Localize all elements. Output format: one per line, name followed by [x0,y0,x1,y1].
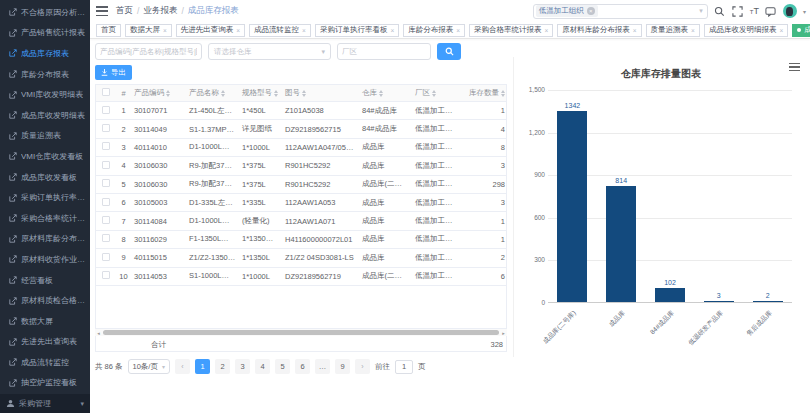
tab[interactable]: 先进先出查询表 × [176,24,245,37]
sidebar-item[interactable]: VMI库收发明细表 [0,84,90,105]
prev-page-button[interactable]: ‹ [175,359,190,374]
sidebar-item[interactable]: 经营看板 [0,270,90,291]
search-button[interactable] [437,43,461,60]
row-checkbox[interactable] [102,253,110,261]
sidebar-item[interactable]: 采购合格率统计报表 [0,208,90,229]
tab[interactable]: 原材料库龄分布报表 × [557,24,641,37]
sidebar-item[interactable]: 质量追溯表 [0,126,90,147]
close-icon[interactable]: × [544,27,548,34]
next-page-button[interactable]: › [355,359,370,374]
column-header[interactable]: 产品编码 [131,88,186,98]
scroll-right-icon[interactable]: ▸ [500,330,507,336]
sort-icons[interactable] [302,90,306,97]
close-icon[interactable]: × [456,27,460,34]
page-button[interactable]: 6 [295,359,310,374]
breadcrumb-section[interactable]: 业务报表 [143,5,177,17]
page-button[interactable]: 5 [275,359,290,374]
column-header[interactable]: 厂区 [412,88,459,98]
tab[interactable]: 成品流转监控 × [249,24,311,37]
sort-icons[interactable] [221,90,225,97]
sidebar-item[interactable]: 数据大屏 [0,311,90,332]
chart-menu-icon[interactable] [789,61,800,73]
column-header[interactable]: 产品名称 [186,88,239,98]
sidebar-item[interactable]: 原材料收货作业看板 [0,249,90,270]
page-button[interactable]: 9 [335,359,350,374]
tab[interactable]: 成品库存报表 × [792,24,810,37]
breadcrumb-home[interactable]: 首页 [116,5,133,17]
sidebar-footer-group[interactable]: 采购管理 ▾ [0,394,90,413]
close-icon[interactable]: × [633,27,637,34]
font-size-icon[interactable]: TT [750,7,759,16]
table-row[interactable]: 130107071Z1-450L左侧置装纯...1*450LZ101A50388… [96,102,506,120]
page-ellipsis[interactable]: … [315,359,330,374]
sidebar-item[interactable]: 成品库收发明细表 [0,105,90,126]
sidebar-item[interactable]: 产品销售统计报表 [0,23,90,44]
user-avatar[interactable] [783,4,797,18]
column-header[interactable]: 规格型号 [239,88,282,98]
table-row[interactable]: 1030114053S1-1000L主副罐(氦压...1*1000LDZ9218… [96,268,506,286]
close-icon[interactable]: × [236,27,240,34]
horizontal-scrollbar[interactable]: ◂ ▸ [95,329,507,336]
column-header[interactable]: 库存数量 [459,88,507,98]
export-button[interactable]: 导出 [95,65,132,80]
table-row[interactable]: 730114084D1-1000L主副罐气瓶...(轻量化)112AAW1A07… [96,212,506,230]
message-icon[interactable] [765,5,777,17]
table-row[interactable]: 630105003D1-335L左侧置气瓶...1*335L112AAW1A05… [96,194,506,212]
sidebar-item[interactable]: 抽空炉监控看板 [0,373,90,394]
sidebar-item[interactable]: 库龄分布报表 [0,64,90,85]
sort-icons[interactable] [501,90,505,97]
sidebar-item[interactable]: 原材料库龄分布报表 [0,229,90,250]
sort-icons[interactable] [166,90,170,97]
sidebar-item[interactable]: 成品流转监控 [0,352,90,373]
page-button[interactable]: 3 [235,359,250,374]
tab[interactable]: 质量追溯表 × [646,24,700,37]
close-icon[interactable]: × [163,27,167,34]
chevron-down-icon[interactable]: ▾ [803,8,806,15]
close-icon[interactable]: × [302,27,306,34]
row-checkbox[interactable] [102,179,110,187]
close-icon[interactable]: × [691,27,695,34]
keyword-input[interactable] [95,43,202,60]
column-header[interactable]: 仓库 [359,88,412,98]
tab[interactable]: 采购订单执行率看板 × [315,24,399,37]
factory-input[interactable] [337,43,431,60]
sidebar-item[interactable]: 成品库存报表 [0,43,90,64]
tab[interactable]: 数据大屏 × [125,24,172,37]
scrollbar-thumb[interactable] [103,330,499,335]
tab[interactable]: 成品库收发明细报表 × [704,24,788,37]
tab[interactable]: 采购合格率统计报表 × [469,24,553,37]
tag-close-icon[interactable]: × [587,7,595,15]
row-checkbox[interactable] [102,142,110,150]
jump-page-input[interactable] [395,360,413,374]
table-row[interactable]: 230114049S1-1.37MPa 1000L...详见图纸DZ921895… [96,120,506,138]
sort-icons[interactable] [432,90,436,97]
fullscreen-icon[interactable] [732,5,744,17]
organization-select[interactable]: 低温加工组织 × ▾ [533,4,708,19]
table-row[interactable]: 340114010D1-1000L零售瓶1*1000L112AAW1A047/0… [96,139,506,157]
page-button[interactable]: 2 [215,359,230,374]
warehouse-select[interactable]: 请选择仓库 ▾ [208,43,331,60]
tab[interactable]: 库龄分布报表 × [403,24,465,37]
sidebar-item[interactable]: 不合格原因分析报表 [0,2,90,23]
row-checkbox[interactable] [102,161,110,169]
sidebar-item[interactable]: VMI仓库收发看板 [0,146,90,167]
table-row[interactable]: 940115015Z1/Z2-1350零售单瓶1*1350LZ1/Z2 04SD… [96,249,506,267]
sort-icons[interactable] [274,90,278,97]
page-button[interactable]: 1 [195,359,210,374]
sidebar-item[interactable]: 采购订单执行率看板 [0,187,90,208]
row-checkbox[interactable] [102,271,110,279]
page-button[interactable]: 4 [255,359,270,374]
table-row[interactable]: 530106030R9-加配375气瓶总成1*375LR901HC5292成品库… [96,176,506,194]
page-size-select[interactable]: 10条/页 ▾ [128,359,170,374]
scroll-left-icon[interactable]: ◂ [95,330,102,336]
table-row[interactable]: 830116029F1-1350L钛合金供气...1*1350（1.4...H4… [96,231,506,249]
sidebar-item[interactable]: 成品库收发看板 [0,167,90,188]
search-icon[interactable] [714,5,726,17]
row-checkbox[interactable] [102,216,110,224]
tab[interactable]: 首页 × [96,24,121,37]
select-all-checkbox[interactable] [102,88,110,96]
row-checkbox[interactable] [102,106,110,114]
sidebar-item[interactable]: 原材料质检合格率报表 [0,290,90,311]
close-icon[interactable]: × [779,27,783,34]
row-checkbox[interactable] [102,124,110,132]
